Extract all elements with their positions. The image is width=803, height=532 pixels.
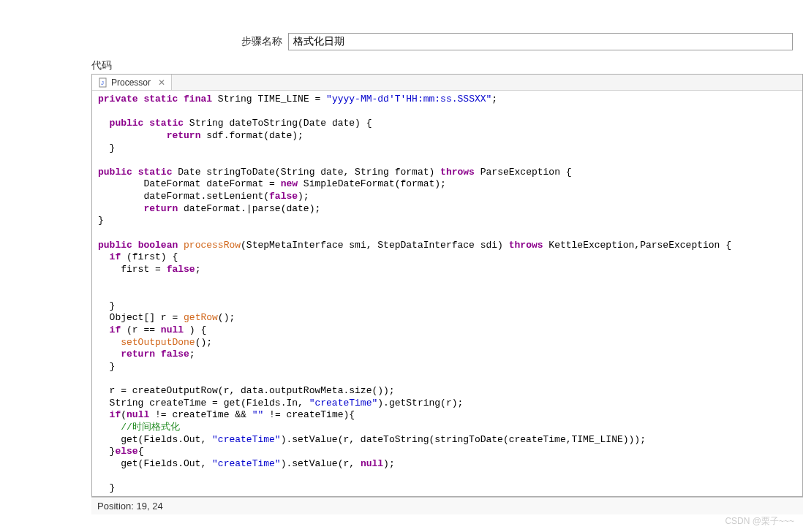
status-bar: Position: 19, 24 (91, 497, 803, 514)
form-section: 步骤名称 代码 J Processor ✕ private static fin… (0, 0, 803, 522)
cursor-position: Position: 19, 24 (97, 501, 163, 512)
editor-tab-bar: J Processor ✕ (92, 75, 802, 91)
code-editor-container: J Processor ✕ private static final Strin… (91, 74, 803, 497)
watermark: CSDN @栗子~~~ (725, 515, 794, 528)
code-editor[interactable]: private static final String TIME_LINE = … (92, 91, 802, 496)
close-icon[interactable]: ✕ (158, 77, 165, 88)
tab-processor[interactable]: J Processor ✕ (92, 75, 172, 90)
code-section-label: 代码 (0, 59, 803, 72)
tab-label: Processor (111, 77, 151, 88)
step-name-input[interactable] (288, 33, 793, 50)
java-file-icon: J (98, 77, 108, 88)
step-name-label: 步骤名称 (241, 35, 282, 48)
svg-text:J: J (101, 80, 104, 86)
step-name-row: 步骤名称 (0, 33, 803, 59)
